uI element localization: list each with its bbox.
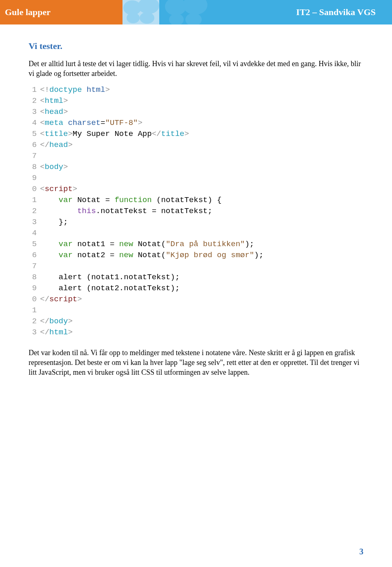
page-number: 3 bbox=[359, 547, 363, 556]
code-line: </html> bbox=[40, 327, 263, 338]
code-line: alert (notat1.notatTekst); bbox=[40, 272, 263, 283]
line-number: 1 bbox=[29, 84, 37, 96]
svg-point-5 bbox=[183, 0, 207, 15]
line-number: 0 bbox=[29, 184, 37, 195]
page-content: Vi tester. Det er alltid lurt å teste de… bbox=[0, 24, 392, 377]
code-line: this.notatTekst = notatTekst; bbox=[40, 206, 263, 217]
line-number: 9 bbox=[29, 283, 37, 294]
line-number: 1 bbox=[29, 305, 37, 316]
line-number: 3 bbox=[29, 327, 37, 338]
code-line: }; bbox=[40, 217, 263, 228]
header-mid bbox=[122, 0, 159, 24]
code-line: var notat2 = new Notat("Kjøp brød og smø… bbox=[40, 250, 263, 261]
butterfly-icon bbox=[162, 0, 211, 24]
code-line: <script> bbox=[40, 184, 263, 195]
code-line: var notat1 = new Notat("Dra på butikken"… bbox=[40, 239, 263, 250]
code-line: var Notat = function (notatTekst) { bbox=[40, 195, 263, 206]
line-number: 4 bbox=[29, 228, 37, 239]
svg-point-6 bbox=[169, 13, 184, 24]
svg-point-4 bbox=[165, 0, 186, 16]
svg-point-1 bbox=[138, 0, 159, 14]
code-line: <html> bbox=[40, 96, 263, 107]
code-screenshot: 12345678901234567890123 <!doctype html><… bbox=[29, 84, 363, 338]
code-line: </body> bbox=[40, 316, 263, 327]
svg-point-3 bbox=[140, 12, 154, 24]
line-number: 7 bbox=[29, 261, 37, 272]
line-number: 4 bbox=[29, 118, 37, 129]
svg-point-2 bbox=[127, 13, 140, 23]
code-line bbox=[40, 305, 263, 316]
code-line: <meta charset="UTF-8"> bbox=[40, 118, 263, 129]
line-number: 2 bbox=[29, 206, 37, 217]
code-lines: <!doctype html><html><head><meta charset… bbox=[40, 84, 263, 338]
svg-point-7 bbox=[185, 13, 202, 24]
header-right: IT2 – Sandvika VGS bbox=[159, 0, 392, 24]
line-number: 5 bbox=[29, 129, 37, 140]
line-number: 9 bbox=[29, 173, 37, 184]
header-left-text: Gule lapper bbox=[5, 7, 51, 18]
code-line bbox=[40, 228, 263, 239]
line-number: 7 bbox=[29, 151, 37, 162]
page-header: Gule lapper bbox=[0, 0, 392, 24]
line-number: 6 bbox=[29, 140, 37, 151]
line-number: 5 bbox=[29, 239, 37, 250]
code-line: <!doctype html> bbox=[40, 84, 263, 96]
code-line: <body> bbox=[40, 162, 263, 173]
code-line: </script> bbox=[40, 294, 263, 305]
code-line: alert (notat2.notatTekst); bbox=[40, 283, 263, 294]
code-line: <title>My Super Note App</title> bbox=[40, 129, 263, 140]
code-line: </head> bbox=[40, 140, 263, 151]
section-heading: Vi tester. bbox=[29, 41, 363, 51]
line-number: 8 bbox=[29, 272, 37, 283]
line-number: 3 bbox=[29, 217, 37, 228]
code-line bbox=[40, 151, 263, 162]
code-line bbox=[40, 261, 263, 272]
line-number: 1 bbox=[29, 195, 37, 206]
intro-paragraph: Det er alltid lurt å teste det vi lager … bbox=[29, 59, 363, 79]
line-number: 3 bbox=[29, 107, 37, 118]
header-right-text: IT2 – Sandvika VGS bbox=[296, 7, 376, 18]
line-number: 8 bbox=[29, 162, 37, 173]
line-number: 6 bbox=[29, 250, 37, 261]
line-number: 0 bbox=[29, 294, 37, 305]
header-left: Gule lapper bbox=[0, 0, 122, 24]
butterfly-icon bbox=[120, 0, 165, 26]
outro-paragraph: Det var koden til nå. Vi får opp to meld… bbox=[29, 348, 363, 378]
line-number-gutter: 12345678901234567890123 bbox=[29, 84, 40, 338]
code-line: <head> bbox=[40, 107, 263, 118]
line-number: 2 bbox=[29, 96, 37, 107]
line-number: 2 bbox=[29, 316, 37, 327]
code-line bbox=[40, 173, 263, 184]
